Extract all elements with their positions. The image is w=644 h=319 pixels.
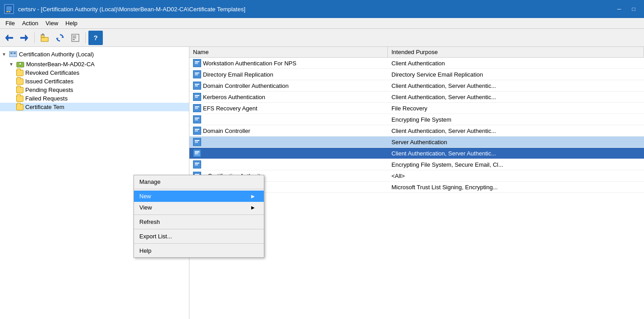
list-cell-purpose: Encrypting File System (388, 115, 644, 124)
tree-node-monsterbean[interactable]: ▼ ✓ MonsterBean-M-AD02-CA (0, 59, 189, 68)
list-cell-name (189, 137, 388, 147)
ca-icon: ✓ (16, 60, 24, 68)
ca-local-icon (9, 50, 17, 58)
svg-rect-34 (195, 85, 198, 86)
list-cell-name: Domain Controller (189, 125, 388, 136)
tree-node-failed[interactable]: Failed Requests (0, 94, 189, 103)
svg-rect-33 (195, 84, 199, 85)
cert-template-icon (193, 138, 201, 146)
list-cell-name (189, 148, 388, 159)
svg-rect-16 (73, 37, 76, 38)
tree-node-revoked[interactable]: Revoked Certificates (0, 68, 189, 77)
col-header-name: Name (189, 47, 388, 57)
list-cell-purpose: Directory Service Email Replication (388, 70, 644, 79)
cert-template-icon (193, 104, 201, 112)
menu-file[interactable]: File (2, 18, 18, 28)
list-header: Name Intended Purpose (189, 47, 644, 58)
svg-rect-63 (195, 165, 198, 165)
tree-issued-label: Issued Certificates (25, 78, 74, 85)
forward-button[interactable] (17, 31, 32, 45)
list-cell-purpose: Client Authentication, Server Authentic.… (388, 126, 644, 136)
window-controls[interactable]: ─ □ (612, 3, 640, 15)
cert-template-icon (193, 59, 201, 67)
folder-icon-revoked (16, 70, 23, 76)
list-row[interactable]: Encrypting File System (189, 114, 644, 125)
svg-rect-47 (195, 120, 198, 120)
list-row[interactable]: EFS Recovery Agent File Recovery (189, 103, 644, 114)
svg-rect-53 (195, 140, 199, 141)
list-cell-purpose: Client Authentication (388, 59, 644, 68)
svg-rect-38 (195, 96, 198, 97)
svg-rect-20 (14, 52, 16, 54)
ctx-separator-1 (134, 189, 264, 189)
ctx-help[interactable]: Help (134, 245, 264, 256)
expand-arrow-root: ▼ (2, 52, 7, 57)
svg-rect-15 (73, 36, 76, 36)
list-row[interactable]: Encrypting File System, Secure Email, Cl… (189, 159, 644, 170)
list-row[interactable]: Workstation Authentication For NPS Clien… (189, 58, 644, 69)
ctx-view[interactable]: View (134, 202, 264, 213)
ctx-separator-2 (134, 214, 264, 215)
expand-arrow-mb: ▼ (9, 62, 14, 67)
help-button[interactable]: ? (88, 31, 103, 45)
list-cell-name (189, 114, 388, 125)
ctx-refresh[interactable]: Refresh (134, 216, 264, 228)
tree-node-issued[interactable]: Issued Certificates (0, 77, 189, 86)
ctx-new[interactable]: New (134, 191, 264, 202)
menu-view[interactable]: View (42, 18, 62, 28)
tree-root-label: Certification Authority (Local) (19, 51, 94, 58)
svg-rect-27 (195, 64, 198, 64)
ctx-manage[interactable]: Manage (134, 176, 264, 187)
list-row-selected[interactable]: Client Authentication, Server Authentic.… (189, 148, 644, 159)
cert-template-icon (193, 82, 201, 90)
svg-rect-5 (8, 37, 13, 39)
svg-rect-30 (195, 74, 198, 74)
back-button[interactable] (2, 31, 16, 45)
export-button[interactable] (68, 31, 83, 45)
list-cell-purpose: Client Authentication, Server Authentic.… (388, 92, 644, 102)
app-icon (4, 4, 14, 14)
list-row[interactable]: Kerberos Authentication Client Authentic… (189, 91, 644, 103)
ctx-separator-4 (134, 243, 264, 244)
cert-template-icon (193, 149, 201, 157)
title-bar: certsrv - [Certification Authority (Loca… (0, 0, 644, 18)
cert-template-icon (193, 115, 201, 123)
list-row-server-auth[interactable]: Server Authentication (189, 137, 644, 148)
tree-root-ca-local[interactable]: ▼ Certification Authority (Local) (0, 49, 189, 59)
main-content: ▼ Certification Authority (Local) ▼ ✓ Mo… (0, 47, 644, 319)
minimize-button[interactable]: ─ (612, 3, 626, 15)
context-menu[interactable]: Manage New View Refresh Export List... H… (133, 175, 264, 258)
list-row[interactable]: Domain Controller Client Authentication,… (189, 125, 644, 137)
svg-rect-17 (73, 39, 75, 40)
toolbar-sep-2 (85, 32, 86, 43)
up-button[interactable] (37, 31, 52, 45)
svg-rect-26 (195, 63, 198, 63)
list-row[interactable]: Directory Email Replication Directory Se… (189, 69, 644, 80)
cert-template-icon (193, 70, 201, 78)
tree-revoked-label: Revoked Certificates (25, 69, 79, 76)
svg-rect-7 (20, 37, 26, 39)
ctx-export[interactable]: Export List... (134, 231, 264, 242)
list-row[interactable]: Domain Controller Authentication Client … (189, 80, 644, 91)
svg-rect-25 (195, 61, 199, 62)
refresh-button[interactable] (53, 31, 67, 45)
svg-rect-59 (195, 154, 198, 154)
tree-node-cert-templates[interactable]: Certificate Tem (0, 103, 189, 111)
ctx-view-arrow (251, 205, 255, 210)
ctx-separator-3 (134, 229, 264, 229)
svg-rect-37 (195, 95, 199, 96)
folder-icon-issued (16, 78, 23, 85)
toolbar: ? (0, 29, 644, 47)
list-cell-name: Domain Controller Authentication (189, 80, 388, 91)
svg-rect-54 (195, 141, 198, 142)
svg-rect-58 (195, 153, 198, 153)
folder-icon-failed (16, 96, 23, 102)
menu-action[interactable]: Action (18, 18, 42, 28)
maximize-button[interactable]: □ (627, 3, 640, 15)
svg-rect-49 (195, 129, 199, 130)
menu-help[interactable]: Help (62, 18, 81, 28)
svg-rect-41 (195, 106, 199, 107)
tree-node-pending[interactable]: Pending Requests (0, 86, 189, 94)
svg-rect-35 (195, 86, 198, 87)
list-cell-purpose: Encrypting File System, Secure Email, Cl… (388, 160, 644, 169)
